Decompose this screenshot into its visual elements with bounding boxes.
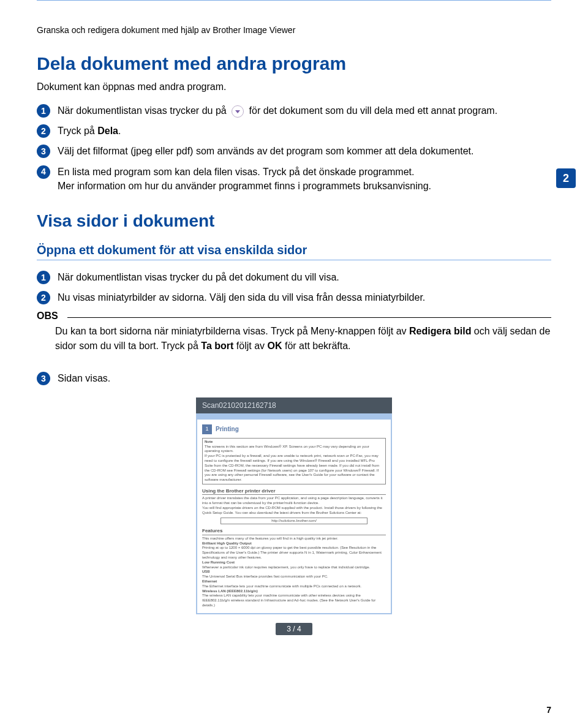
screenshot-pager: 3 / 4 — [276, 623, 312, 635]
page-number: 7 — [546, 705, 551, 715]
note-text: för att bekräfta. — [282, 341, 350, 351]
step-badge: 3 — [37, 145, 50, 158]
screenshot-url: http://solutions.brother.com/ — [221, 518, 368, 525]
step-3: 3 Välj det filformat (jpeg eller pdf) so… — [37, 144, 551, 158]
screenshot-feature: The Ethernet interface lets your machine… — [202, 584, 386, 589]
screenshot-feature: Low Running Cost — [202, 560, 235, 564]
screenshot-feature: The Universal Serial Bus interface provi… — [202, 574, 386, 579]
step-badge: 4 — [37, 165, 50, 179]
section-heading-share: Dela dokument med andra program — [37, 53, 551, 74]
note-label: OBS — [37, 311, 62, 321]
note-body: Du kan ta bort sidorna när miniatyrbilde… — [55, 324, 551, 352]
step-text: Nu visas miniatyrbilder av sidorna. Välj… — [58, 290, 551, 304]
step-text: En lista med program som kan dela filen … — [58, 167, 414, 177]
step-3: 3 Sidan visas. — [37, 371, 551, 385]
screenshot-paragraph: You will find appropriate drivers on the… — [202, 506, 386, 516]
screenshot-note-line: The screens in this section are from Win… — [205, 445, 383, 454]
step-text: När dokumentlistan visas trycker du på — [58, 105, 229, 116]
dropdown-circle-icon — [232, 105, 244, 118]
screenshot-feature: Brilliant High Quality Output — [202, 541, 252, 545]
screenshot-chapter-title: Printing — [216, 425, 239, 433]
screenshot-paragraph: A printer driver translates the data fro… — [202, 496, 386, 506]
screenshot-feature: The wireless LAN capability lets your ma… — [202, 593, 386, 608]
step-text-bold: Dela — [97, 126, 118, 136]
step-text: Välj det filformat (jpeg eller pdf) som … — [58, 144, 551, 158]
screenshot-note-line: If your PC is protected by a firewall, a… — [205, 454, 383, 483]
section-heading-view: Visa sidor i dokument — [37, 211, 551, 231]
screenshot-chapter-num: 1 — [202, 424, 212, 434]
step-1: 1 När dokumentlistan visas trycker du på… — [37, 270, 551, 284]
breadcrumb: Granska och redigera dokument med hjälp … — [37, 25, 551, 35]
app-screenshot: Scan02102012162718 1 Printing Note The s… — [196, 397, 392, 635]
step-1: 1 När dokumentlistan visas trycker du på… — [37, 104, 551, 118]
svg-marker-0 — [235, 110, 240, 113]
screenshot-h-driver: Using the Brother printer driver — [202, 488, 386, 495]
section-subheading: Öppna ett dokument för att visa enskilda… — [37, 243, 551, 260]
step-badge: 1 — [37, 104, 50, 118]
screenshot-feature: Whenever a particular ink color requires… — [202, 565, 386, 570]
step-text: När dokumentlistan visas trycker du på d… — [58, 270, 551, 284]
step-badge: 1 — [37, 271, 50, 284]
note-text-bold: Ta bort — [201, 341, 233, 351]
step-text: för det dokument som du vill dela med et… — [249, 105, 498, 116]
note-text: Du kan ta bort sidorna när miniatyrbilde… — [55, 326, 409, 336]
step-text: . — [118, 126, 121, 136]
note-text-bold: Redigera bild — [409, 326, 471, 336]
screenshot-feature: Wireless LAN (IEEE802.11b/g/n) — [202, 589, 258, 593]
step-2: 2 Tryck på Dela. — [37, 124, 551, 138]
note-block: OBS — [37, 311, 551, 322]
step-text: Sidan visas. — [58, 371, 551, 385]
screenshot-feature: This machine offers many of the features… — [202, 537, 386, 541]
step-badge: 2 — [37, 291, 50, 304]
step-4: 4 En lista med program som kan dela file… — [37, 165, 551, 193]
step-badge: 3 — [37, 372, 50, 385]
screenshot-feature: Ethernet — [202, 579, 217, 583]
screenshot-h-features: Features — [202, 528, 386, 535]
note-text-bold: OK — [267, 341, 282, 351]
screenshot-titlebar: Scan02102012162718 — [196, 397, 392, 413]
screenshot-feature: Printing at up to 1200 × 6000 dpi on glo… — [202, 546, 386, 560]
step-text: Tryck på — [58, 126, 97, 136]
chapter-tab: 2 — [556, 168, 576, 188]
screenshot-note-label: Note — [205, 440, 213, 443]
step-2: 2 Nu visas miniatyrbilder av sidorna. Vä… — [37, 290, 551, 304]
step-badge: 2 — [37, 124, 50, 138]
screenshot-feature: USB — [202, 570, 210, 573]
note-text: följt av — [233, 341, 267, 351]
step-text: Mer information om hur du använder progr… — [58, 181, 431, 191]
section-lead: Dokument kan öppnas med andra program. — [37, 81, 551, 92]
